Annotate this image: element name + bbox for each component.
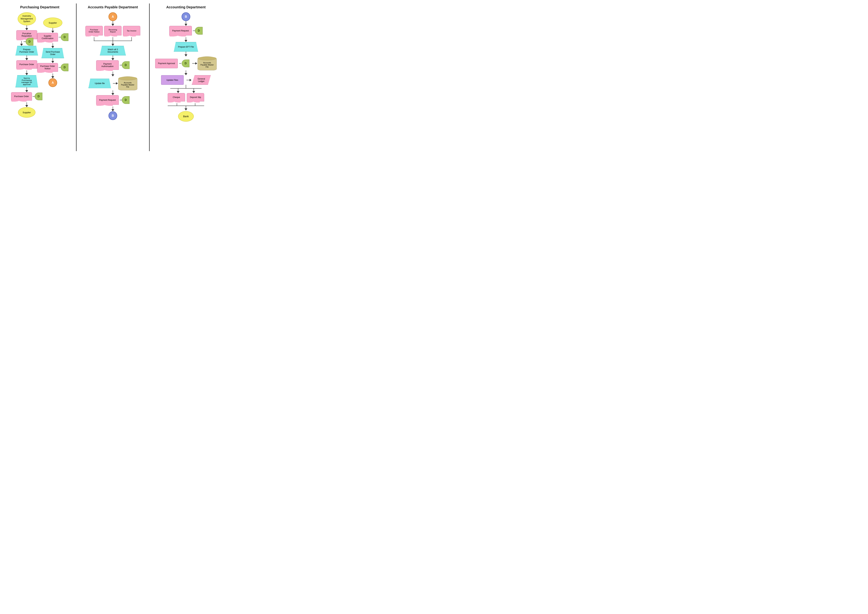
po1-label: Purchase Order bbox=[19, 63, 34, 66]
ap-department: Accounts Payable Department A Purchase O… bbox=[77, 3, 149, 151]
circle-b-ap: B bbox=[108, 111, 117, 120]
receiving-report-col: Receiving Report bbox=[104, 26, 121, 40]
arrow-to-drum bbox=[116, 82, 118, 85]
d-shape-payapproval: D bbox=[182, 59, 189, 67]
d-shape-po2: D bbox=[35, 93, 42, 100]
purchasing-left-col: Invenotry Management System Purcahse Req… bbox=[15, 12, 39, 118]
sent-approval-shape: Sent to Purchasing manager for approval bbox=[16, 75, 38, 87]
arrow4 bbox=[25, 70, 28, 75]
prepare-eft-label: Prepare EFT File bbox=[178, 46, 194, 48]
ap-section: A Purchase Order Notice Re bbox=[79, 12, 147, 120]
po-notice-col: Purchase Order Notice bbox=[85, 26, 103, 40]
update-file-shape: Update file bbox=[88, 79, 111, 88]
diagram-container: Purchasing Department Invenotry Manageme… bbox=[3, 3, 222, 151]
arrow3 bbox=[25, 55, 28, 60]
send-po-label: Send Purchase Order bbox=[45, 51, 61, 56]
sent-approval-wrapper: Sent to Purchasing manager for approval bbox=[16, 75, 38, 87]
bank-shape: Bank bbox=[178, 111, 194, 121]
ap-master-shape: Accounts Payable Master File bbox=[118, 76, 137, 90]
acc-arrow2 bbox=[184, 37, 187, 42]
acc-arrow4 bbox=[184, 70, 187, 75]
update-files-shape: Update Files bbox=[161, 75, 184, 85]
three-docs-row: Purchase Order Notice Receiving Report T… bbox=[85, 26, 140, 40]
tax-invoice-col: Tax Invoice bbox=[123, 26, 140, 40]
d-shape-payreq: D bbox=[122, 96, 130, 104]
ap-master-label: Accounts Payable Master File bbox=[121, 82, 135, 88]
arrow-to-drum2 bbox=[195, 62, 197, 65]
update-file-label: Update file bbox=[95, 82, 105, 85]
split-arrow: Cheque Deposit Slip bbox=[168, 85, 204, 121]
ap-dept-title: Accounts Payable Department bbox=[79, 5, 147, 9]
general-ledger-shape: General Ledger bbox=[192, 75, 211, 85]
prepare-po-wrapper: Prepare Purchase Order bbox=[16, 46, 38, 55]
ap-arrow3 bbox=[112, 55, 114, 60]
payment-request-acc-shape: Payment Request bbox=[169, 26, 192, 36]
ap-arrow1 bbox=[112, 21, 114, 26]
po1-shape: Purchase Order bbox=[16, 60, 37, 68]
payment-request-ap-label: Payment Request bbox=[99, 99, 116, 101]
supplier-confirm-shape: Supplier Confirmation bbox=[37, 33, 58, 42]
cheque-shape: Cheque bbox=[168, 93, 185, 101]
acc-dept-title: Accounting Department bbox=[152, 5, 220, 9]
purchasing-department: Purchasing Department Invenotry Manageme… bbox=[3, 3, 76, 151]
ap-arrow5 bbox=[112, 90, 114, 95]
po2-shape: Purchase Order bbox=[11, 92, 32, 101]
ap-arrow4 bbox=[112, 72, 114, 76]
inventory-label: Invenotry Management System bbox=[21, 15, 33, 23]
payment-approval-shape: Payment Approval bbox=[155, 59, 178, 68]
circle-a-purchasing: A bbox=[48, 78, 57, 87]
bank-label: Bank bbox=[183, 115, 189, 118]
merge-line-3 bbox=[132, 37, 132, 40]
tax-invoice-label: Tax Invoice bbox=[127, 30, 136, 32]
arrow2 bbox=[20, 41, 23, 46]
prepare-eft-shape: Prepare EFT File bbox=[174, 42, 198, 51]
purchase-req-label: Purcahse Requisition bbox=[19, 32, 35, 37]
cheque-label: Cheque bbox=[173, 96, 180, 98]
acc-arrow3 bbox=[184, 51, 187, 56]
arrow-to-gl bbox=[189, 79, 191, 81]
po-notice-ap-shape: Purchase Order Notice bbox=[85, 26, 103, 36]
payment-request-acc-label: Payment Request bbox=[172, 30, 189, 32]
arrow6 bbox=[25, 102, 28, 107]
sent-approval-label: Sent to Purchasing manager for approval bbox=[19, 77, 35, 85]
tax-invoice-shape: Tax Invoice bbox=[123, 26, 140, 36]
arrow-r4 bbox=[51, 73, 54, 78]
match-docs-label: Match all 3 Documents bbox=[103, 48, 122, 53]
d-shape-purchreq: D bbox=[26, 38, 33, 45]
d-shape-payauth: D bbox=[122, 61, 130, 69]
acc-arrow1 bbox=[184, 21, 187, 26]
arrow5 bbox=[25, 87, 28, 92]
d-shape-supplierconfirm: D bbox=[61, 33, 68, 41]
prepare-po-label: Prepare Purchase Order bbox=[19, 48, 35, 53]
circle-b-acc: B bbox=[181, 12, 190, 21]
supplier-left-wrapper: Supplier bbox=[18, 107, 36, 118]
ap-arrow2 bbox=[112, 41, 114, 46]
supplier-confirm-label: Supplier Confirmation bbox=[39, 35, 56, 40]
purchasing-layout: Invenotry Management System Purcahse Req… bbox=[6, 12, 73, 118]
purchasing-dept-title: Purchasing Department bbox=[6, 5, 73, 9]
supplier-left-shape: Supplier bbox=[18, 107, 36, 118]
po-notice-ap-label: Purchase Order Notice bbox=[88, 29, 101, 33]
update-files-label: Update Files bbox=[166, 79, 178, 81]
supplier-right-shape: Supplier bbox=[43, 17, 62, 28]
circle-a-ap: A bbox=[108, 12, 117, 21]
arrow-r2 bbox=[51, 43, 54, 48]
arrow1 bbox=[25, 25, 28, 30]
arrow-r3 bbox=[51, 58, 54, 63]
match-docs-shape: Match all 3 Documents bbox=[100, 46, 126, 55]
supplier-right-label: Supplier bbox=[49, 22, 57, 24]
purchasing-right-col: Supplier Supplier Confirmation D bbox=[40, 17, 65, 118]
send-po-shape: Send Purchase Order bbox=[42, 48, 64, 58]
d-shape-acc-payreq: D bbox=[195, 27, 203, 34]
ap-arrow6 bbox=[112, 106, 114, 111]
inventory-wrapper: Invenotry Management System bbox=[18, 12, 36, 25]
acc-layout: B Payment Request D bbox=[152, 12, 220, 121]
payment-auth-label: Payment Authorisation bbox=[98, 63, 116, 68]
deposit-slip-label: Deposit Slip bbox=[190, 96, 201, 98]
acc-master-shape: Accounts Payable Master File bbox=[198, 56, 217, 70]
po-notice-right-label: Purchase Order Notice bbox=[39, 65, 56, 70]
purchase-req-shape: Purcahse Requisition bbox=[16, 30, 37, 39]
d-shape-ponotice: D bbox=[61, 64, 68, 71]
inventory-system-shape: Invenotry Management System bbox=[18, 12, 36, 25]
receiving-report-shape: Receiving Report bbox=[104, 26, 121, 36]
